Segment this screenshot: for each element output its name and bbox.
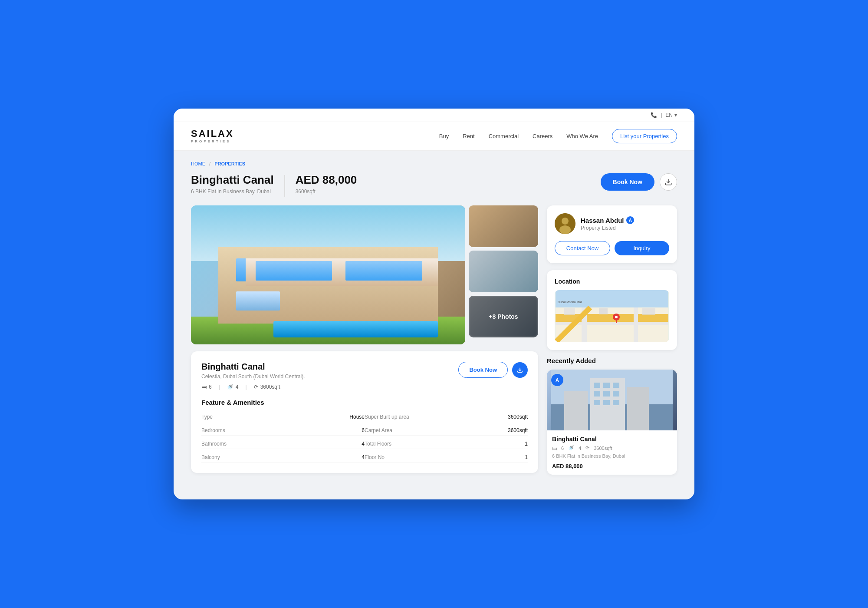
breadcrumb-home[interactable]: HOME [191,161,205,166]
download-button-top[interactable] [660,173,677,191]
breadcrumb-current: PROPERTIES [214,161,245,166]
svg-rect-29 [603,400,610,405]
feature-label-bathrooms: Bathrooms [201,441,227,447]
feature-bedrooms: Bedrooms 6 [201,426,365,436]
thumbnail-3-more[interactable]: +8 Photos [469,296,538,337]
feature-value-carpet-area: 3600sqft [508,427,528,433]
book-now-button-top[interactable]: Book Now [601,173,654,191]
price-divider [284,175,285,197]
feature-label-carpet-area: Carpet Area [365,427,392,433]
list-properties-button[interactable]: List your Properties [612,129,677,143]
contact-now-button[interactable]: Contact Now [555,241,610,255]
chevron-down-icon: ▾ [674,112,677,118]
feature-value-total-floors: 1 [525,441,528,447]
location-card: Location [547,270,677,350]
nav-careers[interactable]: Careers [533,133,552,139]
phone-icon: 📞 [651,112,657,118]
svg-rect-31 [627,387,649,430]
book-now-button-detail[interactable]: Book Now [458,362,508,378]
svg-rect-14 [642,308,655,315]
features-table: Type House Bedrooms 6 Bathrooms 4 [201,412,528,463]
nav-commercial[interactable]: Commercial [489,133,519,139]
thumbnail-1[interactable] [469,205,538,247]
thumbnail-2[interactable] [469,251,538,292]
property-sqft: 3600sqft [296,188,357,195]
svg-point-3 [562,218,569,225]
feature-value-super-area: 3600sqft [508,414,528,420]
agent-name: Hassan Abdul A [581,216,634,224]
logo[interactable]: SAILAX PROPERTIES [191,129,234,143]
recent-property-image: A [547,370,677,430]
recent-card-badge: A [551,374,563,386]
agent-card: Hassan Abdul A Property Listed Contact N… [547,205,677,263]
svg-rect-26 [603,391,610,397]
agent-name-text: Hassan Abdul [581,217,624,224]
baths-stat: 🚿 4 [227,384,239,390]
inquiry-button[interactable]: Inquiry [615,241,669,255]
svg-rect-7 [556,314,668,322]
more-photos-overlay: +8 Photos [469,296,538,337]
agent-info: Hassan Abdul A Property Listed [555,213,669,234]
location-title: Location [555,278,669,285]
recent-beds: 6 [561,446,564,451]
agent-role: Property Listed [581,225,634,231]
feature-carpet-area: Carpet Area 3600sqft [365,426,528,436]
recent-card-stats: 🛏 6 🚿 4 ⟳ 3600sqft [552,445,672,451]
property-gallery: +8 Photos [191,205,538,344]
verified-badge: A [626,216,634,224]
svg-rect-12 [564,308,575,315]
feature-value-bathrooms: 4 [362,441,365,447]
recent-property-card[interactable]: A Binghatti Canal 🛏 6 🚿 4 ⟳ 3600 [547,370,677,475]
svg-rect-6 [556,290,668,307]
svg-rect-23 [603,383,610,388]
property-header: Binghatti Canal 6 BHK Flat in Business B… [191,173,677,197]
feature-floor-no: Floor No 1 [365,453,528,463]
map-container[interactable]: Dubai Marina Mall [555,290,669,342]
bath-icon: 🚿 [227,384,233,390]
feature-bathrooms: Bathrooms 4 [201,439,365,449]
site-header: SAILAX PROPERTIES Buy Rent Commercial Ca… [174,122,694,151]
property-title: Binghatti Canal [191,173,274,187]
download-button-detail[interactable] [512,362,528,378]
svg-rect-24 [613,383,619,388]
feature-label-balcony: Balcony [201,454,220,460]
detail-stats: 🛏 6 | 🚿 4 | ⟳ [201,384,305,390]
feature-balcony: Balcony 4 [201,453,365,463]
nav-who-we-are[interactable]: Who We Are [566,133,598,139]
agent-badge-text: A [629,218,632,223]
recently-added-title: Recently Added [547,357,677,364]
feature-label-bedrooms: Bedrooms [201,427,225,433]
breadcrumb: HOME / PROPERTIES [191,161,677,166]
language-selector[interactable]: EN ▾ [665,112,677,118]
beds-count: 6 [209,384,212,390]
feature-type: Type House [201,412,365,422]
detail-address: Celestia, Dubai South (Dubai World Centr… [201,373,305,380]
feature-value-bedrooms: 6 [362,427,365,433]
recent-beds-icon: 🛏 [552,446,557,451]
recent-badge-text: A [556,377,559,383]
features-right-col: Super Built up area 3600sqft Carpet Area… [365,412,528,463]
agent-avatar [555,213,575,234]
recent-card-address: 6 BHK Flat in Business Bay, Dubai [552,453,672,459]
recent-size-icon: ⟳ [585,445,589,451]
svg-rect-10 [634,307,638,342]
header-actions: Book Now [601,173,677,191]
svg-point-4 [559,225,571,234]
nav-rent[interactable]: Rent [463,133,474,139]
svg-text:Dubai Marina Mall: Dubai Marina Mall [558,301,582,304]
property-detail-section: Binghatti Canal Celestia, Dubai South (D… [191,351,538,473]
breadcrumb-separator: / [209,161,210,166]
svg-rect-32 [564,391,588,430]
language-label: EN [665,112,673,118]
left-column: +8 Photos Binghatti Canal Celestia, Duba… [191,205,538,475]
recently-added-section: Recently Added [547,357,677,475]
nav-buy[interactable]: Buy [439,133,449,139]
property-price: AED 88,000 [296,173,357,187]
svg-rect-25 [594,391,600,397]
recent-card-info: Binghatti Canal 🛏 6 🚿 4 ⟳ 3600sqft 6 BHK… [547,430,677,475]
svg-rect-22 [594,383,600,388]
main-property-image[interactable] [191,205,465,344]
svg-rect-30 [613,400,619,405]
property-price-block: AED 88,000 3600sqft [296,173,357,195]
svg-point-17 [615,316,618,318]
